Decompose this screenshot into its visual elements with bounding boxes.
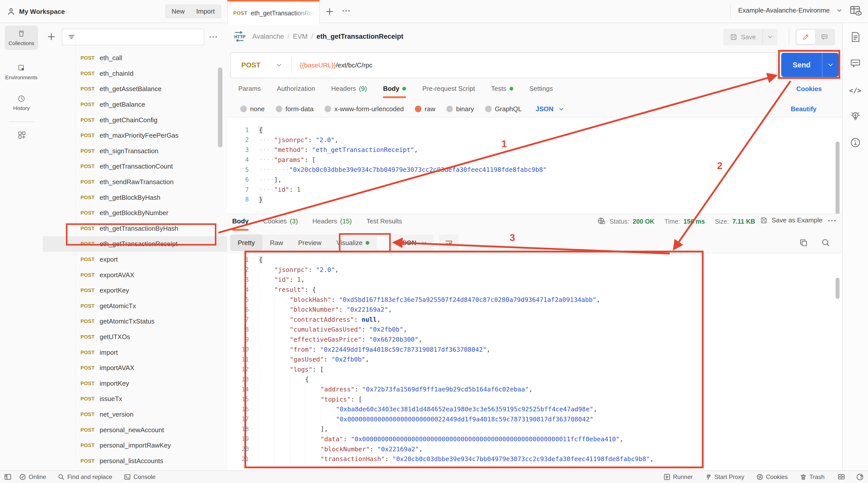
- documentation-button[interactable]: [849, 31, 861, 44]
- list-item[interactable]: POSTeth_sendRawTransaction: [43, 174, 227, 190]
- send-options-button[interactable]: [822, 53, 839, 77]
- search-input[interactable]: [62, 29, 204, 45]
- list-item[interactable]: POSTgetAtomicTxStatus: [43, 314, 227, 329]
- list-item[interactable]: POSTpersonal_listAccounts: [43, 453, 227, 469]
- environment-selector[interactable]: Example-Avalanche-Environme: [738, 6, 843, 14]
- trash-button[interactable]: Trash: [800, 474, 825, 481]
- new-button[interactable]: New: [165, 4, 191, 19]
- url-input[interactable]: {{baseURL}}/ext/bc/C/rpc: [300, 61, 372, 69]
- editor-scrollbar[interactable]: [836, 141, 840, 214]
- save-options-button[interactable]: [762, 29, 777, 45]
- beautify-link[interactable]: Beautify: [791, 105, 817, 113]
- save-as-example-button[interactable]: Save as Example: [760, 216, 823, 224]
- split-panel-button[interactable]: [838, 473, 845, 481]
- comments-button[interactable]: [849, 57, 861, 71]
- tab-tests[interactable]: Tests: [491, 85, 513, 93]
- response-language-selector[interactable]: JSON: [392, 234, 434, 251]
- body-type-none[interactable]: none: [240, 105, 265, 113]
- breadcrumb-collection[interactable]: Avalanche: [252, 33, 284, 40]
- list-item[interactable]: POSTimport: [43, 345, 227, 360]
- list-item[interactable]: POSTeth_getTransactionCount: [43, 159, 227, 174]
- body-type-binary[interactable]: binary: [446, 105, 474, 113]
- list-item[interactable]: POSTgetAtomicTx: [43, 298, 227, 314]
- list-item[interactable]: POSTeth_getTransactionReceipt: [43, 236, 227, 252]
- cookies-button[interactable]: Cookies: [756, 474, 788, 481]
- sidebar-item-history[interactable]: History: [5, 91, 38, 115]
- list-item[interactable]: POSTexport: [43, 252, 227, 267]
- request-info-button[interactable]: [849, 137, 861, 150]
- tab-authorization[interactable]: Authorization: [277, 85, 315, 93]
- list-item[interactable]: POSTeth_getChainConfig: [43, 112, 227, 128]
- runner-button[interactable]: Runner: [663, 474, 693, 481]
- copy-response-button[interactable]: [799, 238, 808, 249]
- list-item[interactable]: POSTeth_getTransactionByHash: [43, 221, 227, 236]
- save-button[interactable]: Save: [723, 29, 762, 45]
- response-tab-headers[interactable]: Headers(15): [312, 217, 352, 225]
- list-item[interactable]: POSTpersonal_newAccount: [43, 422, 227, 438]
- list-item[interactable]: POSTeth_call: [43, 50, 227, 66]
- collection-options-button[interactable]: •••: [209, 34, 218, 40]
- body-type-raw[interactable]: raw: [415, 105, 435, 113]
- new-tab-button[interactable]: [325, 7, 334, 18]
- help-button[interactable]: ?: [856, 473, 863, 481]
- request-tab[interactable]: POST eth_getTransactionRece: [227, 0, 320, 25]
- search-response-button[interactable]: [821, 238, 831, 249]
- body-type-GraphQL[interactable]: GraphQL: [485, 105, 522, 113]
- list-item[interactable]: POSTpersonal_importRawKey: [43, 438, 227, 453]
- tab-pre-request-script[interactable]: Pre-request Script: [422, 85, 475, 93]
- list-item[interactable]: POSTeth_maxPriorityFeePerGas: [43, 128, 227, 143]
- language-selector[interactable]: JSON: [536, 105, 565, 113]
- edit-mode-button[interactable]: [797, 30, 815, 44]
- list-item[interactable]: POSTimportAVAX: [43, 360, 227, 376]
- view-tab-pretty[interactable]: Pretty: [230, 234, 262, 251]
- list-item[interactable]: POSTissueTx: [43, 391, 227, 407]
- environment-quick-look-button[interactable]: [849, 4, 862, 19]
- breadcrumb-folder[interactable]: EVM: [293, 33, 308, 40]
- tab-options-button[interactable]: •••: [342, 7, 351, 14]
- view-tab-visualize[interactable]: Visualize: [329, 234, 377, 251]
- send-button[interactable]: Send: [781, 53, 839, 77]
- request-body-editor[interactable]: 12345678 {····"jsonrpc": "2.0",····"meth…: [227, 117, 842, 214]
- import-button[interactable]: Import: [190, 4, 221, 19]
- list-item[interactable]: POSTeth_getBalance: [43, 97, 227, 112]
- body-type-x-www-form-urlencoded[interactable]: x-www-form-urlencoded: [324, 105, 404, 113]
- response-options-button[interactable]: •••: [828, 217, 837, 224]
- tab-body[interactable]: Body: [383, 85, 406, 93]
- view-tab-raw[interactable]: Raw: [262, 234, 290, 251]
- list-item[interactable]: POSTimportKey: [43, 376, 227, 391]
- online-status[interactable]: Online: [19, 474, 46, 481]
- cookies-link[interactable]: Cookies: [796, 85, 822, 93]
- list-item[interactable]: POSTexportKey: [43, 283, 227, 298]
- sidebar-item-environments[interactable]: Environments: [5, 60, 38, 84]
- console-button[interactable]: Console: [124, 474, 155, 481]
- sidebar-scrollbar[interactable]: [218, 67, 222, 148]
- code-snippet-button[interactable]: </>: [849, 87, 862, 94]
- list-item[interactable]: POSTnet_version: [43, 407, 227, 422]
- tab-settings[interactable]: Settings: [529, 85, 553, 93]
- wrap-lines-button[interactable]: [439, 234, 459, 251]
- view-tab-preview[interactable]: Preview: [290, 234, 329, 251]
- body-type-form-data[interactable]: form-data: [276, 105, 313, 113]
- list-item[interactable]: POSTeth_getBlockByNumber: [43, 205, 227, 221]
- list-item[interactable]: POSTgetUTXOs: [43, 329, 227, 345]
- response-tab-test-results[interactable]: Test Results: [366, 217, 402, 225]
- workspace-switcher[interactable]: My Workspace: [6, 5, 65, 18]
- add-request-button[interactable]: [47, 32, 56, 43]
- configure-workspace-sidebar-button[interactable]: [17, 130, 27, 141]
- related-requests-button[interactable]: [849, 111, 861, 124]
- response-body-viewer[interactable]: 123456789101112131415161718192021 {"json…: [227, 253, 842, 471]
- tab-headers[interactable]: Headers(9): [331, 85, 367, 93]
- find-and-replace-button[interactable]: Find and replace: [58, 474, 112, 481]
- sidebar-item-collections[interactable]: Collections: [5, 26, 38, 50]
- method-selector[interactable]: POST: [231, 61, 283, 69]
- start-proxy-button[interactable]: Start Proxy: [705, 474, 744, 481]
- list-item[interactable]: POSTeth_chainId: [43, 66, 227, 82]
- toggle-sidebar-button[interactable]: [4, 473, 11, 481]
- list-item[interactable]: POSTexportAVAX: [43, 267, 227, 283]
- comment-mode-button[interactable]: [815, 30, 834, 44]
- response-scrollbar[interactable]: [836, 278, 840, 299]
- list-item[interactable]: POSTeth_signTransaction: [43, 143, 227, 159]
- response-tab-body[interactable]: Body: [232, 217, 249, 225]
- list-item[interactable]: POSTeth_getAssetBalance: [43, 81, 227, 97]
- response-tab-cookies[interactable]: Cookies(3): [263, 217, 298, 225]
